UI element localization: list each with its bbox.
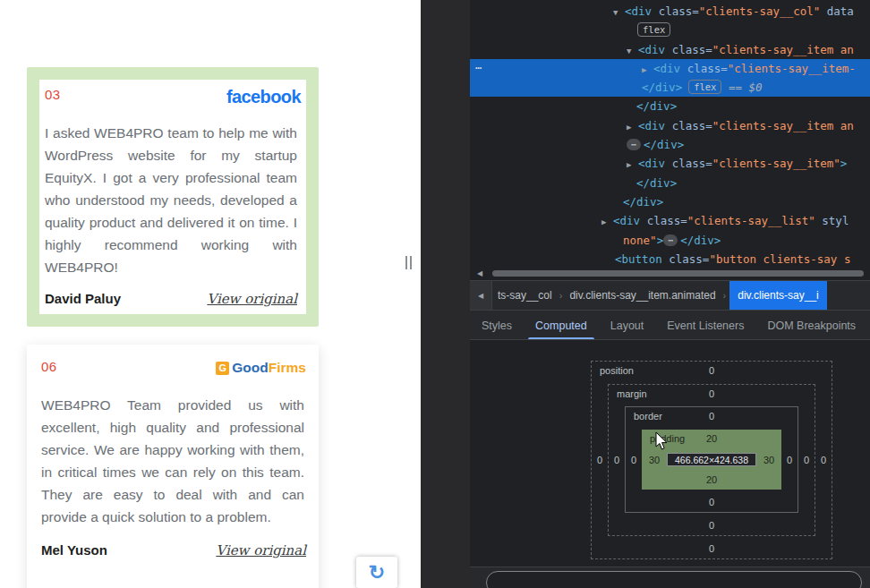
tab-layout[interactable]: Layout (599, 311, 656, 340)
goodfirms-logo-good: Good (232, 360, 268, 375)
border-bottom-value[interactable]: 0 (626, 497, 798, 507)
breadcrumb-item-col[interactable]: ts-say__col (496, 289, 554, 302)
elements-tree-row[interactable]: <button class="button clients-say s (470, 250, 870, 268)
margin-right-value[interactable]: 0 (798, 455, 815, 465)
box-model-border[interactable]: border 0 0 0 0 padding 20 20 30 30 (625, 406, 798, 513)
flex-badge[interactable]: flex (637, 22, 670, 37)
elements-tree-row[interactable]: none">⋯</div> (470, 231, 870, 250)
code-token: <div (638, 119, 665, 132)
border-top-value[interactable]: 0 (626, 411, 798, 422)
code-token: class= (680, 62, 728, 75)
scrollbar-left-arrow-icon[interactable]: ◀ (477, 269, 482, 277)
tab-dom-breakpoints[interactable]: DOM Breakpoints (755, 311, 867, 340)
padding-right-value[interactable]: 30 (756, 455, 781, 465)
row-options-icon[interactable]: ⋯ (475, 59, 482, 78)
computed-filter-input[interactable] (486, 571, 862, 588)
position-top-value[interactable]: 0 (592, 365, 832, 376)
code-token: class= (665, 43, 712, 56)
code-token: data (820, 4, 854, 18)
recaptcha-badge[interactable]: ↻ (356, 557, 397, 588)
code-token: class= (665, 157, 712, 170)
collapsed-content-icon[interactable]: ⋯ (627, 139, 641, 150)
code-token: <div (638, 43, 665, 56)
collapsed-content-icon[interactable]: ⋯ (663, 234, 678, 246)
card-footer: Mel Yuson View original (41, 542, 306, 558)
expand-arrow-icon[interactable]: ▶ (627, 156, 638, 175)
box-model-content[interactable]: 466.662×424.638 (667, 453, 756, 466)
border-right-value[interactable]: 0 (781, 455, 798, 465)
code-token: <div (653, 62, 680, 75)
view-original-link[interactable]: View original (207, 291, 297, 307)
padding-left-value[interactable]: 30 (642, 455, 667, 465)
computed-panel: position 0 0 0 0 margin 0 0 0 0 border 0 (470, 339, 870, 588)
mouse-cursor-icon (655, 431, 670, 451)
tab-event-listeners[interactable]: Event Listeners (655, 311, 755, 340)
elements-tree-row[interactable]: </div> (470, 97, 870, 115)
computed-bottom-bar (470, 567, 870, 588)
horizontal-scrollbar[interactable]: ◀ (470, 268, 870, 279)
code-token: <div (613, 214, 640, 227)
padding-bottom-value[interactable]: 20 (642, 474, 781, 485)
goodfirms-logo-firms: Firms (269, 360, 306, 375)
expand-arrow-icon[interactable]: ▶ (642, 61, 653, 80)
elements-tree-row[interactable]: </div> (470, 192, 870, 211)
elements-tree-row[interactable]: ▼<div class="clients-say__item an (470, 40, 870, 59)
devtools-panel: ▼<div class="clients-say__col" dataflex▼… (421, 0, 870, 588)
code-token: styl (815, 214, 849, 227)
sidebar-tabs: Styles Computed Layout Event Listeners D… (470, 310, 870, 340)
devtools-splitter-handle[interactable] (402, 255, 414, 270)
breadcrumb-item-animated[interactable]: div.clients-say__item.animated (567, 289, 717, 302)
elements-tree-row[interactable]: ▶<div class="clients-say__item an (470, 116, 870, 135)
devtools-left-gutter (421, 0, 470, 588)
code-token: > (657, 234, 664, 247)
flex-badge[interactable]: flex (688, 80, 721, 94)
elements-tree-row[interactable]: ⋯</div> (470, 135, 870, 154)
goodfirms-icon: G (216, 362, 229, 375)
margin-top-value[interactable]: 0 (609, 388, 815, 399)
code-token: <button (615, 252, 662, 266)
elements-tree-row[interactable]: ▶<div class="clients-say__item"> (470, 154, 870, 173)
margin-left-value[interactable]: 0 (609, 455, 625, 465)
expand-arrow-icon[interactable]: ▼ (627, 42, 638, 61)
expand-arrow-icon[interactable]: ▶ (627, 118, 638, 137)
code-token: "button clients-say s (709, 252, 850, 266)
testimonial-quote: I asked WEB4PRO team to help me with Wor… (45, 122, 297, 278)
tab-styles[interactable]: Styles (470, 311, 524, 340)
elements-tree-row[interactable]: ▶<div class="clients-say__list" styl (470, 211, 870, 230)
code-token: </div> (642, 81, 682, 94)
border-left-value[interactable]: 0 (626, 455, 642, 465)
testimonial-card-goodfirms: 06 G GoodFirms WEB4PRO Team provided us … (27, 345, 319, 588)
expand-arrow-icon[interactable]: ▼ (613, 4, 625, 22)
card-header: 03 facebook (42, 87, 301, 107)
box-model-margin[interactable]: margin 0 0 0 0 border 0 0 0 0 padding (608, 384, 815, 536)
devtools-content: ▼<div class="clients-say__col" dataflex▼… (470, 0, 870, 588)
tab-computed[interactable]: Computed (524, 311, 599, 340)
code-token: </div> (623, 195, 663, 209)
elements-tree-row[interactable]: ▼<div class="clients-say__col" data (470, 2, 870, 21)
box-model-position[interactable]: position 0 0 0 0 margin 0 0 0 0 border 0 (591, 361, 832, 559)
view-original-link[interactable]: View original (216, 542, 306, 558)
elements-tree-row[interactable]: </div>flex == $0 (470, 78, 870, 97)
position-bottom-value[interactable]: 0 (592, 543, 832, 554)
code-token: "clients-say__item an (712, 43, 854, 56)
position-left-value[interactable]: 0 (592, 455, 608, 465)
code-token: <div (625, 4, 652, 18)
breadcrumb-scroll-left-button[interactable]: ◀ (470, 281, 492, 310)
code-token: "clients-say__item an (712, 119, 854, 132)
testimonial-author: David Paluy (45, 291, 121, 306)
elements-tree-row[interactable]: </div> (470, 174, 870, 192)
goodfirms-logo[interactable]: G GoodFirms (216, 360, 306, 376)
code-token: </div> (636, 99, 677, 113)
elements-tree-row[interactable]: ⋯▶<div class="clients-say__item- (470, 59, 870, 78)
margin-bottom-value[interactable]: 0 (609, 520, 815, 531)
breadcrumb-separator-icon: › (559, 290, 563, 301)
code-token: class= (662, 252, 710, 266)
scrollbar-thumb[interactable] (492, 270, 864, 277)
facebook-logo[interactable]: facebook (226, 87, 301, 107)
position-right-value[interactable]: 0 (815, 455, 832, 465)
expand-arrow-icon[interactable]: ▶ (601, 213, 613, 232)
elements-tree-row[interactable]: flex (470, 21, 870, 39)
breadcrumb: ◀ ts-say__col › div.clients-say__item.an… (470, 280, 870, 310)
breadcrumb-item-selected[interactable]: div.clients-say__i (729, 281, 826, 310)
testimonial-number: 06 (41, 359, 57, 374)
